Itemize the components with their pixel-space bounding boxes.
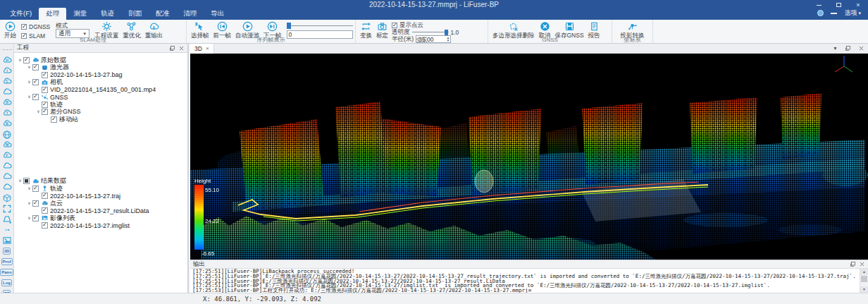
tree-checkbox[interactable] (32, 94, 39, 100)
expander-icon[interactable]: ∨ (17, 178, 23, 184)
select-frame-button[interactable]: 选择帧 (189, 21, 211, 39)
float-panel-icon[interactable] (850, 261, 856, 267)
viewer-log[interactable]: Log (1, 277, 13, 288)
tree-checkbox[interactable] (32, 79, 39, 85)
tree-item[interactable]: ∨相机 (14, 79, 187, 87)
report-button[interactable]: 报告 (586, 21, 602, 39)
zoom-extent[interactable] (1, 203, 13, 214)
view-frustum[interactable] (1, 214, 13, 224)
tree-item[interactable]: 2022-10-14-15-13-27.bag (14, 71, 187, 79)
expander-icon[interactable]: ∨ (26, 215, 32, 221)
tree-checkbox[interactable] (42, 109, 48, 115)
close-panel-icon[interactable] (859, 261, 865, 267)
tree-item[interactable]: ∨轨迹 (14, 185, 187, 193)
transform-button[interactable]: 变换 (358, 21, 374, 39)
menu-tab-7[interactable]: 导出 (204, 8, 231, 20)
viewer-pano[interactable]: Pano (1, 267, 13, 277)
expander-icon[interactable]: ∨ (17, 57, 23, 63)
tree-checkbox[interactable] (32, 200, 39, 207)
tree-item[interactable]: ∨结果数据 (14, 178, 187, 186)
tree-item[interactable]: ∨影像列表 (14, 214, 187, 222)
expander-icon[interactable]: ∨ (26, 186, 32, 192)
cloud-tool-c[interactable]: C (1, 76, 13, 87)
viewer-3d[interactable]: 3D (1, 245, 13, 256)
scroll-down-icon[interactable]: ▼ (860, 286, 868, 293)
snapshot[interactable] (1, 235, 13, 245)
tree-checkbox[interactable] (32, 215, 39, 221)
tree-checkbox[interactable] (42, 102, 48, 108)
tree-checkbox[interactable] (23, 57, 30, 63)
menu-tab-4[interactable]: 剖面 (121, 8, 149, 20)
quick-access-icon[interactable] (817, 10, 824, 16)
cloud-tool-r[interactable]: R (1, 97, 13, 108)
globe-tool[interactable] (1, 129, 13, 140)
cloud-tool-h[interactable]: H (1, 55, 13, 66)
show-pointcloud-checkbox[interactable] (392, 23, 397, 28)
tree-checkbox[interactable] (42, 193, 48, 199)
viewport-3d[interactable]: Height 55.10 24.22 -6.65 (190, 54, 868, 260)
tab-3d[interactable]: 3D× (190, 44, 214, 54)
cloud-tool-4[interactable] (1, 87, 13, 97)
tree-checkbox[interactable] (42, 222, 48, 229)
menu-tab-5[interactable]: 配准 (149, 8, 176, 20)
float-view-icon[interactable] (845, 45, 851, 51)
tree-item[interactable]: 轨迹 (14, 101, 187, 109)
tree-checkbox[interactable] (42, 87, 48, 93)
viewer-profile[interactable]: Prof (1, 256, 13, 267)
tree-item[interactable]: 移动站 (14, 116, 187, 123)
menu-tab-6[interactable]: 清理 (176, 8, 204, 20)
collapse-ribbon-icon[interactable] (831, 13, 837, 14)
cloud-tool-b[interactable]: B (1, 118, 13, 129)
expander-icon[interactable]: ∨ (26, 94, 32, 100)
expander-icon[interactable]: ∨ (26, 200, 32, 207)
cloud-tool-f[interactable]: F (1, 150, 13, 161)
expander-icon[interactable]: ∨ (26, 79, 32, 85)
scroll-up-icon[interactable]: ▲ (860, 269, 868, 275)
output-scrollbar[interactable]: ▲ ▼ (860, 269, 868, 293)
menu-file[interactable]: 文件(F) (3, 8, 39, 20)
frame-slider[interactable] (287, 23, 353, 29)
reexport-button[interactable]: 重输出 (143, 21, 166, 39)
tree-item[interactable]: VID_20221014_154135_00_001.mp4 (14, 86, 187, 94)
point-size[interactable] (1, 224, 13, 235)
tree-item[interactable]: 2022-10-14-15-13-27_result.LiData (14, 207, 187, 215)
tree-checkbox[interactable] (51, 116, 57, 123)
menu-tab-3[interactable]: 轨迹 (94, 8, 121, 20)
tree-item[interactable]: ∨差分GNSS (14, 109, 187, 116)
tree-item[interactable]: ∨GNSS (14, 94, 187, 102)
cloud-tool-13[interactable] (1, 182, 13, 193)
tree-item[interactable]: ∨原始数据 (14, 56, 187, 64)
close-tab-icon[interactable]: × (206, 45, 209, 51)
float-panel-icon[interactable] (169, 45, 175, 51)
dgnss-checkbox[interactable]: DGNSS (21, 23, 50, 30)
cloud-tool-m[interactable]: M (1, 140, 13, 150)
polygon-delete-button[interactable]: 多边形选择删除 (490, 21, 537, 39)
close-view-icon[interactable] (858, 45, 864, 51)
tree-checkbox[interactable] (42, 207, 48, 214)
cloud-tool-12[interactable] (1, 171, 13, 182)
expander-icon[interactable]: ∨ (35, 109, 42, 115)
options-button[interactable]: 选项▾ (844, 8, 861, 18)
tree-checkbox[interactable] (32, 186, 39, 192)
tree-checkbox[interactable] (23, 178, 30, 184)
start-button[interactable]: 开始 (2, 21, 18, 39)
prev-frame-button[interactable]: 前一帧 (211, 21, 234, 39)
scroll-thumb[interactable] (861, 276, 867, 282)
opacity-slider[interactable] (412, 30, 449, 35)
expander-icon[interactable]: ∨ (26, 64, 32, 71)
reoptimize-button[interactable]: 重优化 (120, 21, 143, 39)
tree-item[interactable]: 2022-10-14-15-13-27.imglist (14, 222, 187, 230)
tree-checkbox[interactable] (32, 64, 39, 71)
tree-checkbox[interactable] (42, 72, 48, 78)
cloud-tool-i[interactable]: I (1, 66, 13, 76)
cloud-tool-11[interactable] (1, 161, 13, 171)
tab-list-icon[interactable]: ▼ (833, 46, 838, 51)
tree-item[interactable]: 2022-10-14-15-13-27.traj (14, 193, 187, 200)
calibrate-button[interactable]: 标定 (374, 21, 390, 39)
tree-item[interactable]: ∨激光器 (14, 64, 187, 72)
menu-tab-1[interactable]: 处理 (39, 8, 66, 20)
cloud-tool-t[interactable]: T (1, 108, 13, 118)
menu-tab-2[interactable]: 测量 (66, 8, 94, 20)
view-3d-box[interactable] (1, 193, 13, 203)
close-panel-icon[interactable] (178, 45, 185, 51)
